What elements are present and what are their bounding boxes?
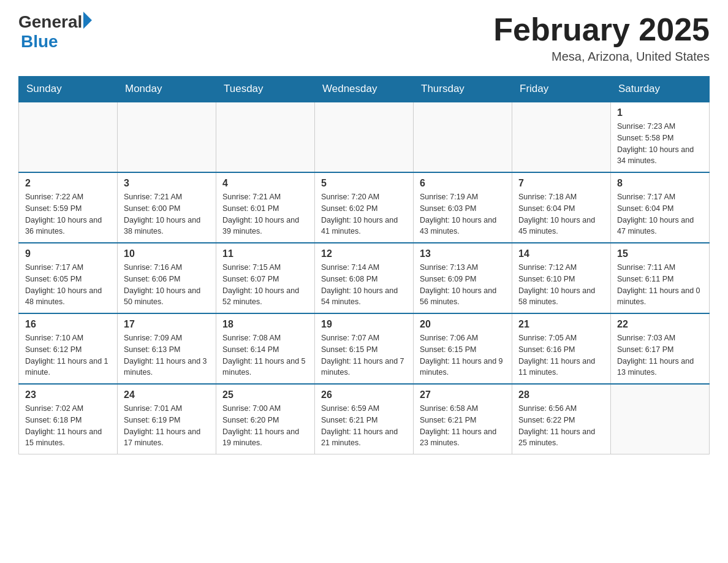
day-info: Sunrise: 7:09 AM Sunset: 6:13 PM Dayligh…: [124, 332, 210, 378]
day-info: Sunrise: 6:56 AM Sunset: 6:22 PM Dayligh…: [518, 403, 604, 449]
day-number: 24: [124, 389, 210, 400]
day-number: 5: [321, 178, 407, 189]
calendar-day-cell: 4Sunrise: 7:21 AM Sunset: 6:01 PM Daylig…: [216, 172, 315, 243]
day-number: 23: [25, 389, 111, 400]
calendar-week-row: 23Sunrise: 7:02 AM Sunset: 6:18 PM Dayli…: [19, 384, 710, 454]
calendar-day-cell: [611, 384, 710, 454]
calendar-day-cell: 20Sunrise: 7:06 AM Sunset: 6:15 PM Dayli…: [414, 313, 512, 384]
calendar-day-cell: [315, 102, 414, 172]
calendar-day-cell: 21Sunrise: 7:05 AM Sunset: 6:16 PM Dayli…: [512, 313, 611, 384]
day-number: 6: [420, 178, 506, 189]
calendar-day-cell: 22Sunrise: 7:03 AM Sunset: 6:17 PM Dayli…: [611, 313, 710, 384]
page-header: General Blue February 2025 Mesa, Arizona…: [18, 12, 710, 64]
day-number: 25: [222, 389, 308, 400]
day-number: 4: [222, 178, 308, 189]
day-number: 10: [124, 248, 210, 259]
day-number: 28: [518, 389, 604, 400]
calendar-day-cell: 17Sunrise: 7:09 AM Sunset: 6:13 PM Dayli…: [118, 313, 216, 384]
calendar-day-cell: 7Sunrise: 7:18 AM Sunset: 6:04 PM Daylig…: [512, 172, 611, 243]
calendar-header-row: SundayMondayTuesdayWednesdayThursdayFrid…: [19, 77, 710, 102]
day-info: Sunrise: 7:21 AM Sunset: 6:00 PM Dayligh…: [124, 191, 210, 237]
day-info: Sunrise: 7:23 AM Sunset: 5:58 PM Dayligh…: [617, 121, 703, 167]
calendar-day-cell: 13Sunrise: 7:13 AM Sunset: 6:09 PM Dayli…: [414, 243, 512, 313]
calendar-week-row: 16Sunrise: 7:10 AM Sunset: 6:12 PM Dayli…: [19, 313, 710, 384]
day-of-week-header: Tuesday: [216, 77, 315, 102]
calendar-day-cell: 1Sunrise: 7:23 AM Sunset: 5:58 PM Daylig…: [611, 102, 710, 172]
calendar-day-cell: 26Sunrise: 6:59 AM Sunset: 6:21 PM Dayli…: [315, 384, 414, 454]
day-info: Sunrise: 6:58 AM Sunset: 6:21 PM Dayligh…: [420, 403, 506, 449]
day-of-week-header: Friday: [512, 77, 611, 102]
logo-blue-text: Blue: [21, 32, 92, 52]
calendar-week-row: 2Sunrise: 7:22 AM Sunset: 5:59 PM Daylig…: [19, 172, 710, 243]
day-info: Sunrise: 7:10 AM Sunset: 6:12 PM Dayligh…: [25, 332, 111, 378]
day-number: 14: [518, 248, 604, 259]
day-number: 3: [124, 178, 210, 189]
day-info: Sunrise: 7:15 AM Sunset: 6:07 PM Dayligh…: [222, 262, 308, 308]
day-number: 1: [617, 107, 703, 118]
day-number: 16: [25, 319, 111, 330]
calendar-week-row: 1Sunrise: 7:23 AM Sunset: 5:58 PM Daylig…: [19, 102, 710, 172]
day-info: Sunrise: 7:01 AM Sunset: 6:19 PM Dayligh…: [124, 403, 210, 449]
day-info: Sunrise: 7:20 AM Sunset: 6:02 PM Dayligh…: [321, 191, 407, 237]
calendar-day-cell: [512, 102, 611, 172]
calendar-day-cell: [118, 102, 216, 172]
logo: General Blue: [18, 12, 92, 52]
day-of-week-header: Monday: [118, 77, 216, 102]
day-number: 21: [518, 319, 604, 330]
day-number: 17: [124, 319, 210, 330]
day-number: 20: [420, 319, 506, 330]
calendar-day-cell: 5Sunrise: 7:20 AM Sunset: 6:02 PM Daylig…: [315, 172, 414, 243]
day-number: 26: [321, 389, 407, 400]
calendar-day-cell: 27Sunrise: 6:58 AM Sunset: 6:21 PM Dayli…: [414, 384, 512, 454]
day-info: Sunrise: 7:02 AM Sunset: 6:18 PM Dayligh…: [25, 403, 111, 449]
day-info: Sunrise: 7:13 AM Sunset: 6:09 PM Dayligh…: [420, 262, 506, 308]
day-number: 18: [222, 319, 308, 330]
day-of-week-header: Wednesday: [315, 77, 414, 102]
calendar-day-cell: 28Sunrise: 6:56 AM Sunset: 6:22 PM Dayli…: [512, 384, 611, 454]
calendar-day-cell: 12Sunrise: 7:14 AM Sunset: 6:08 PM Dayli…: [315, 243, 414, 313]
calendar-day-cell: 3Sunrise: 7:21 AM Sunset: 6:00 PM Daylig…: [118, 172, 216, 243]
calendar-week-row: 9Sunrise: 7:17 AM Sunset: 6:05 PM Daylig…: [19, 243, 710, 313]
calendar-table: SundayMondayTuesdayWednesdayThursdayFrid…: [18, 76, 710, 454]
day-info: Sunrise: 7:14 AM Sunset: 6:08 PM Dayligh…: [321, 262, 407, 308]
calendar-day-cell: 6Sunrise: 7:19 AM Sunset: 6:03 PM Daylig…: [414, 172, 512, 243]
day-info: Sunrise: 7:07 AM Sunset: 6:15 PM Dayligh…: [321, 332, 407, 378]
day-info: Sunrise: 7:22 AM Sunset: 5:59 PM Dayligh…: [25, 191, 111, 237]
calendar-day-cell: 16Sunrise: 7:10 AM Sunset: 6:12 PM Dayli…: [19, 313, 118, 384]
logo-arrow-icon: [83, 12, 92, 29]
day-info: Sunrise: 7:06 AM Sunset: 6:15 PM Dayligh…: [420, 332, 506, 378]
calendar-day-cell: 25Sunrise: 7:00 AM Sunset: 6:20 PM Dayli…: [216, 384, 315, 454]
day-number: 8: [617, 178, 703, 189]
calendar-day-cell: 15Sunrise: 7:11 AM Sunset: 6:11 PM Dayli…: [611, 243, 710, 313]
day-number: 22: [617, 319, 703, 330]
month-title: February 2025: [493, 12, 710, 47]
day-info: Sunrise: 7:19 AM Sunset: 6:03 PM Dayligh…: [420, 191, 506, 237]
calendar-day-cell: 11Sunrise: 7:15 AM Sunset: 6:07 PM Dayli…: [216, 243, 315, 313]
calendar-day-cell: [414, 102, 512, 172]
day-info: Sunrise: 7:08 AM Sunset: 6:14 PM Dayligh…: [222, 332, 308, 378]
day-info: Sunrise: 7:03 AM Sunset: 6:17 PM Dayligh…: [617, 332, 703, 378]
calendar-day-cell: 14Sunrise: 7:12 AM Sunset: 6:10 PM Dayli…: [512, 243, 611, 313]
day-info: Sunrise: 7:21 AM Sunset: 6:01 PM Dayligh…: [222, 191, 308, 237]
day-number: 19: [321, 319, 407, 330]
day-of-week-header: Sunday: [19, 77, 118, 102]
day-info: Sunrise: 7:05 AM Sunset: 6:16 PM Dayligh…: [518, 332, 604, 378]
day-info: Sunrise: 7:00 AM Sunset: 6:20 PM Dayligh…: [222, 403, 308, 449]
calendar-day-cell: 24Sunrise: 7:01 AM Sunset: 6:19 PM Dayli…: [118, 384, 216, 454]
location-subtitle: Mesa, Arizona, United States: [493, 50, 710, 64]
day-number: 11: [222, 248, 308, 259]
day-of-week-header: Saturday: [611, 77, 710, 102]
day-number: 2: [25, 178, 111, 189]
calendar-day-cell: 23Sunrise: 7:02 AM Sunset: 6:18 PM Dayli…: [19, 384, 118, 454]
day-number: 12: [321, 248, 407, 259]
day-number: 15: [617, 248, 703, 259]
day-info: Sunrise: 7:17 AM Sunset: 6:04 PM Dayligh…: [617, 191, 703, 237]
day-info: Sunrise: 6:59 AM Sunset: 6:21 PM Dayligh…: [321, 403, 407, 449]
logo-general-text: General: [18, 12, 82, 32]
day-info: Sunrise: 7:17 AM Sunset: 6:05 PM Dayligh…: [25, 262, 111, 308]
calendar-day-cell: 2Sunrise: 7:22 AM Sunset: 5:59 PM Daylig…: [19, 172, 118, 243]
day-info: Sunrise: 7:18 AM Sunset: 6:04 PM Dayligh…: [518, 191, 604, 237]
calendar-day-cell: 9Sunrise: 7:17 AM Sunset: 6:05 PM Daylig…: [19, 243, 118, 313]
day-number: 13: [420, 248, 506, 259]
day-number: 9: [25, 248, 111, 259]
